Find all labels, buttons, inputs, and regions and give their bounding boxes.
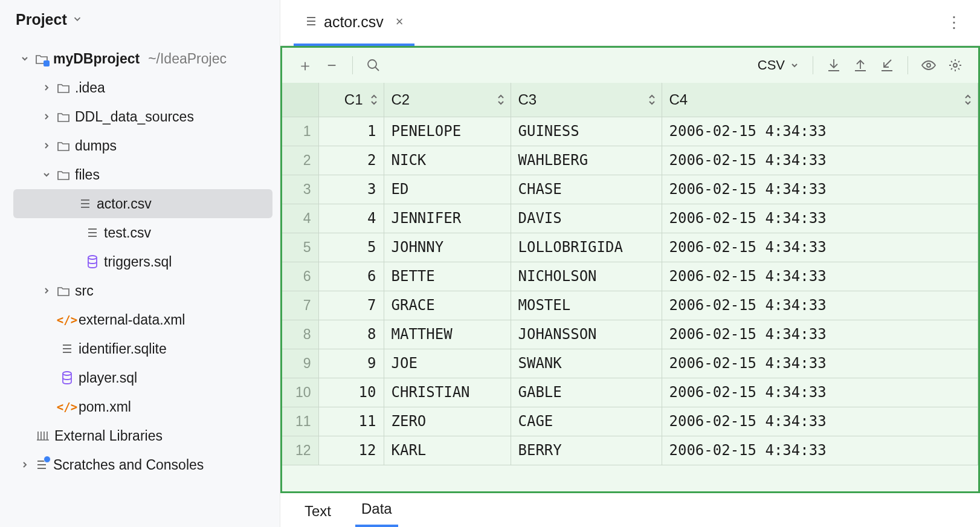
chevron-down-icon[interactable] [19,54,30,63]
tree-node-test-csv[interactable]: test.csv [6,218,280,247]
chevron-down-icon[interactable] [72,13,83,26]
cell-c3[interactable]: CHASE [511,175,662,204]
sort-icon[interactable] [964,94,972,105]
column-header-c4[interactable]: C4 [662,83,978,117]
cell-c2[interactable]: PENELOPE [384,117,511,146]
import-button[interactable] [822,53,846,77]
cell-c2[interactable]: JENNIFER [384,204,511,233]
row-number[interactable]: 5 [282,233,318,262]
cell-c1[interactable]: 2 [318,146,384,175]
cell-c1[interactable]: 11 [318,407,384,436]
tree-node-external-data-xml[interactable]: </> external-data.xml [6,305,280,334]
export-button[interactable] [848,53,872,77]
row-number[interactable]: 12 [282,436,318,465]
column-header-c2[interactable]: C2 [384,83,511,117]
tree-node-player-sql[interactable]: player.sql [6,363,280,392]
sort-icon[interactable] [648,94,656,105]
chevron-right-icon[interactable] [19,461,30,469]
tree-node-identifier-sqlite[interactable]: identifier.sqlite [6,334,280,363]
tree-node-dumps[interactable]: dumps [6,131,280,160]
cell-c4[interactable]: 2006-02-15 4:34:33 [662,378,978,407]
table-row[interactable]: 66BETTENICHOLSON2006-02-15 4:34:33 [282,262,978,291]
chevron-right-icon[interactable] [41,286,52,295]
cell-c1[interactable]: 9 [318,349,384,378]
cell-c3[interactable]: BERRY [511,436,662,465]
close-tab-icon[interactable]: × [396,14,404,30]
row-number[interactable]: 7 [282,291,318,320]
cell-c3[interactable]: DAVIS [511,204,662,233]
row-number[interactable]: 4 [282,204,318,233]
cell-c3[interactable]: CAGE [511,407,662,436]
cell-c4[interactable]: 2006-02-15 4:34:33 [662,146,978,175]
kebab-menu-icon[interactable]: ⋮ [940,13,969,32]
cell-c3[interactable]: SWANK [511,349,662,378]
cell-c1[interactable]: 10 [318,378,384,407]
tree-node-triggers-sql[interactable]: triggers.sql [6,247,280,276]
cell-c2[interactable]: ZERO [384,407,511,436]
table-row[interactable]: 1010CHRISTIANGABLE2006-02-15 4:34:33 [282,378,978,407]
cell-c1[interactable]: 4 [318,204,384,233]
gutter-header[interactable] [282,83,318,117]
cell-c4[interactable]: 2006-02-15 4:34:33 [662,407,978,436]
tree-node-ddl[interactable]: DDL_data_sources [6,102,280,131]
cell-c3[interactable]: GUINESS [511,117,662,146]
cell-c4[interactable]: 2006-02-15 4:34:33 [662,436,978,465]
cell-c1[interactable]: 1 [318,117,384,146]
table-row[interactable]: 99JOESWANK2006-02-15 4:34:33 [282,349,978,378]
table-row[interactable]: 11PENELOPEGUINESS2006-02-15 4:34:33 [282,117,978,146]
tree-node-actor-csv[interactable]: actor.csv [13,189,272,218]
table-row[interactable]: 1212KARLBERRY2006-02-15 4:34:33 [282,436,978,465]
settings-button[interactable] [943,53,967,77]
cell-c3[interactable]: MOSTEL [511,291,662,320]
cell-c4[interactable]: 2006-02-15 4:34:33 [662,349,978,378]
tree-node-src[interactable]: src [6,276,280,305]
chevron-right-icon[interactable] [41,141,52,150]
table-row[interactable]: 88MATTHEWJOHANSSON2006-02-15 4:34:33 [282,320,978,349]
cell-c4[interactable]: 2006-02-15 4:34:33 [662,320,978,349]
format-dropdown[interactable]: CSV [753,57,804,73]
cell-c3[interactable]: WAHLBERG [511,146,662,175]
cell-c4[interactable]: 2006-02-15 4:34:33 [662,117,978,146]
tree-node-pom-xml[interactable]: </> pom.xml [6,392,280,421]
chevron-right-icon[interactable] [41,83,52,92]
row-number[interactable]: 1 [282,117,318,146]
tree-node-idea[interactable]: .idea [6,73,280,102]
view-button[interactable] [917,53,941,77]
cell-c3[interactable]: LOLLOBRIGIDA [511,233,662,262]
search-button[interactable] [361,53,385,77]
chevron-right-icon[interactable] [41,112,52,121]
cell-c1[interactable]: 7 [318,291,384,320]
cell-c1[interactable]: 8 [318,320,384,349]
table-row[interactable]: 77GRACEMOSTEL2006-02-15 4:34:33 [282,291,978,320]
row-number[interactable]: 8 [282,320,318,349]
tree-node-files[interactable]: files [6,160,280,189]
cell-c3[interactable]: NICHOLSON [511,262,662,291]
cell-c2[interactable]: NICK [384,146,511,175]
table-row[interactable]: 33EDCHASE2006-02-15 4:34:33 [282,175,978,204]
table-row[interactable]: 55JOHNNYLOLLOBRIGIDA2006-02-15 4:34:33 [282,233,978,262]
cell-c2[interactable]: GRACE [384,291,511,320]
row-number[interactable]: 9 [282,349,318,378]
cell-c4[interactable]: 2006-02-15 4:34:33 [662,204,978,233]
cell-c1[interactable]: 3 [318,175,384,204]
remove-row-button[interactable]: − [320,53,344,77]
sort-icon[interactable] [370,94,378,105]
cell-c2[interactable]: KARL [384,436,511,465]
cell-c2[interactable]: JOHNNY [384,233,511,262]
cell-c1[interactable]: 6 [318,262,384,291]
tab-text[interactable]: Text [298,496,337,527]
copy-to-button[interactable] [875,53,899,77]
cell-c3[interactable]: GABLE [511,378,662,407]
cell-c2[interactable]: MATTHEW [384,320,511,349]
cell-c4[interactable]: 2006-02-15 4:34:33 [662,291,978,320]
tree-node-scratches[interactable]: Scratches and Consoles [6,450,280,479]
row-number[interactable]: 10 [282,378,318,407]
cell-c4[interactable]: 2006-02-15 4:34:33 [662,175,978,204]
row-number[interactable]: 3 [282,175,318,204]
column-header-c3[interactable]: C3 [511,83,662,117]
cell-c1[interactable]: 5 [318,233,384,262]
cell-c2[interactable]: ED [384,175,511,204]
tree-root-mydbproject[interactable]: myDBproject ~/IdeaProjec [6,44,280,73]
add-row-button[interactable]: ＋ [293,53,317,77]
cell-c2[interactable]: JOE [384,349,511,378]
